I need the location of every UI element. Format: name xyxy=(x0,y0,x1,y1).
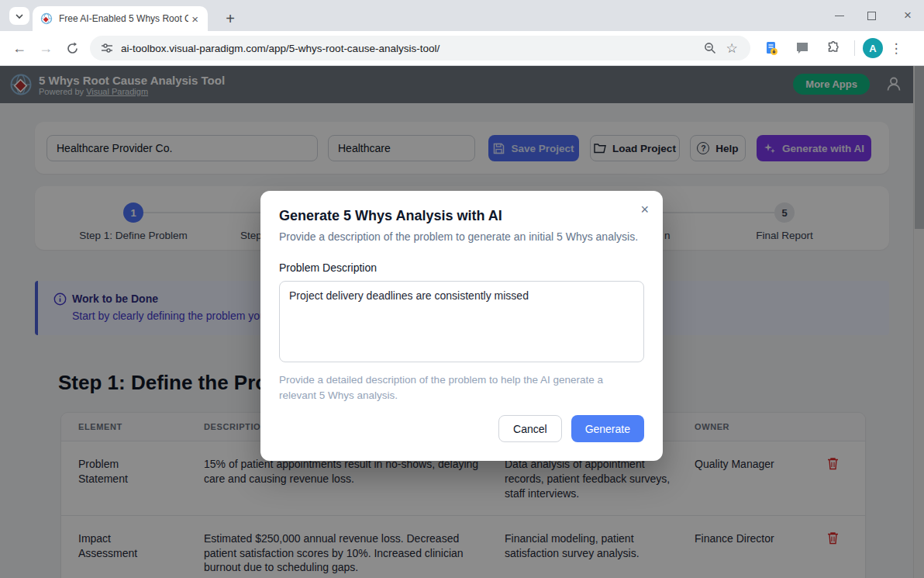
sidebar-chat-button[interactable] xyxy=(789,35,815,61)
window-close-button[interactable]: × xyxy=(899,8,916,23)
tab-search-button[interactable] xyxy=(9,7,29,25)
generate-button[interactable]: Generate xyxy=(571,415,644,442)
tab-close-icon[interactable]: × xyxy=(188,12,202,26)
window-controls: × xyxy=(835,0,916,31)
back-button[interactable]: ← xyxy=(6,35,33,61)
new-tab-button[interactable]: + xyxy=(219,8,241,29)
modal-title: Generate 5 Whys Analysis with AI xyxy=(279,208,644,224)
tab-title: Free AI-Enabled 5 Whys Root C xyxy=(59,13,188,24)
docs-offline-icon xyxy=(764,41,779,56)
site-settings-icon xyxy=(101,42,113,54)
docs-offline-button[interactable] xyxy=(758,35,784,61)
chevron-down-icon xyxy=(15,12,24,21)
zoom-button[interactable] xyxy=(699,42,721,54)
address-bar[interactable]: ai-toolbox.visual-paradigm.com/app/5-why… xyxy=(90,36,750,61)
site-favicon-icon xyxy=(40,12,53,25)
generate-ai-modal: Generate 5 Whys Analysis with AI × Provi… xyxy=(260,191,663,461)
page-viewport: 5 Whys Root Cause Analysis Tool Powered … xyxy=(0,66,924,578)
forward-button[interactable]: → xyxy=(33,35,59,61)
extensions-button[interactable] xyxy=(820,35,846,61)
chat-bubble-icon xyxy=(795,41,809,55)
puzzle-icon xyxy=(826,41,840,55)
modal-close-icon[interactable]: × xyxy=(640,202,649,218)
browser-window: Free AI-Enabled 5 Whys Root C × + × ← → … xyxy=(0,0,924,578)
browser-menu-button[interactable]: ⋮ xyxy=(888,40,905,57)
reload-button[interactable] xyxy=(59,35,85,61)
window-minimize-button[interactable] xyxy=(835,16,844,16)
toolbar-divider xyxy=(854,40,855,56)
modal-footer: Cancel Generate xyxy=(279,415,644,442)
profile-avatar[interactable]: A xyxy=(863,38,883,58)
window-maximize-button[interactable] xyxy=(867,12,876,20)
problem-description-textarea[interactable]: Project delivery deadlines are consisten… xyxy=(279,281,644,362)
helper-text: Provide a detailed description of the pr… xyxy=(279,372,628,403)
url-text: ai-toolbox.visual-paradigm.com/app/5-why… xyxy=(121,43,699,54)
browser-titlebar: Free AI-Enabled 5 Whys Root C × + × xyxy=(0,0,924,31)
zoom-out-icon xyxy=(704,42,716,54)
bookmark-star-icon[interactable]: ☆ xyxy=(721,40,743,57)
browser-navbar: ← → ai-toolbox.visual-paradigm.com/app/5… xyxy=(0,31,924,66)
browser-extension-icons: A ⋮ xyxy=(758,35,905,61)
browser-tab[interactable]: Free AI-Enabled 5 Whys Root C × xyxy=(33,6,208,31)
cancel-button[interactable]: Cancel xyxy=(498,415,562,442)
reload-icon xyxy=(66,42,79,55)
modal-subtitle: Provide a description of the problem to … xyxy=(279,230,644,243)
problem-description-label: Problem Description xyxy=(279,261,644,274)
